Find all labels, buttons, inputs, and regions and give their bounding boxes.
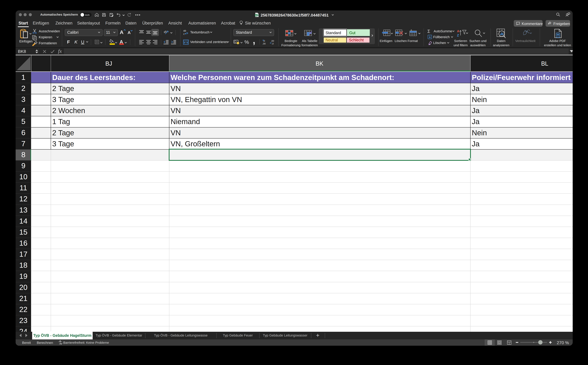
svg-text:ab: ab: [183, 29, 186, 32]
svg-text:c: c: [183, 33, 185, 35]
svg-text:ab: ab: [164, 30, 167, 34]
svg-text:Z: Z: [457, 34, 459, 37]
svg-text:A: A: [457, 29, 459, 33]
